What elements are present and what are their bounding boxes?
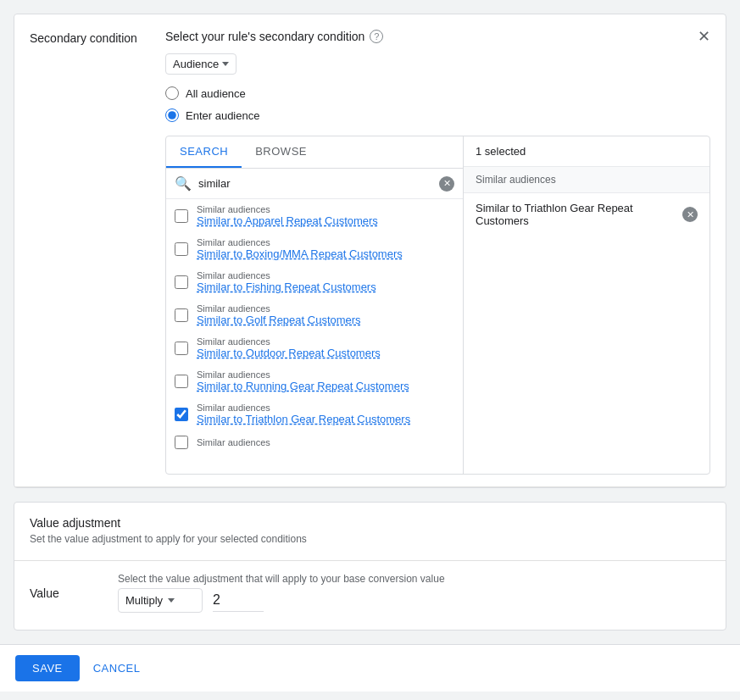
close-button[interactable]: ✕ (693, 26, 714, 47)
value-input[interactable] (213, 589, 264, 612)
help-icon[interactable]: ? (370, 30, 383, 43)
item-name: Similar to Golf Repeat Customers (197, 314, 361, 326)
tabs: SEARCH BROWSE (166, 136, 463, 169)
remove-icon[interactable]: ✕ (682, 207, 698, 222)
selected-count: 1 selected (464, 136, 709, 167)
value-subtitle: Set the value adjustment to apply for yo… (30, 533, 710, 545)
item-text-boxing: Similar audiences Similar to Boxing/MMA … (197, 237, 403, 260)
panel-title: Select your rule's secondary condition ? (165, 30, 710, 43)
checkbox-outdoor[interactable] (175, 342, 188, 355)
search-browse-container: SEARCH BROWSE 🔍 ✕ (165, 136, 710, 475)
item-text-fishing: Similar audiences Similar to Fishing Rep… (197, 270, 376, 293)
value-adjustment-panel: Value adjustment Set the value adjustmen… (14, 502, 726, 631)
item-text-triathlon: Similar audiences Similar to Triathlon G… (197, 403, 410, 425)
save-button[interactable]: SAVE (15, 655, 80, 681)
search-icon: 🔍 (175, 175, 192, 192)
checkbox-fishing[interactable] (175, 275, 188, 289)
panel-title-text: Select your rule's secondary condition (165, 30, 364, 43)
radio-group: All audience Enter audience (165, 86, 710, 122)
panel-content: Select your rule's secondary condition ?… (165, 30, 710, 475)
radio-enter-label: Enter audience (186, 109, 259, 122)
item-category: Similar audiences (197, 270, 376, 281)
tab-search[interactable]: SEARCH (166, 136, 242, 168)
radio-enter-input[interactable] (165, 108, 179, 122)
value-label: Value (30, 586, 97, 600)
select-description: Select the value adjustment that will ap… (118, 573, 445, 585)
list-item[interactable]: Similar audiences Similar to Outdoor Rep… (166, 331, 463, 364)
selected-item: Similar to Triathlon Gear Repeat Custome… (464, 193, 709, 236)
selected-item-name: Similar to Triathlon Gear Repeat Custome… (476, 202, 682, 227)
search-input[interactable] (198, 177, 432, 190)
checkbox-apparel[interactable] (175, 209, 188, 223)
item-name: Similar to Triathlon Gear Repeat Custome… (197, 413, 410, 425)
chevron-down-multiply-icon (168, 598, 175, 603)
radio-all-label: All audience (186, 87, 246, 100)
secondary-condition-panel: Secondary condition Select your rule's s… (14, 14, 726, 488)
value-header: Value adjustment Set the value adjustmen… (14, 503, 726, 550)
value-body: Value Select the value adjustment that w… (14, 560, 726, 630)
audience-dropdown-label: Audience (173, 58, 219, 70)
item-name: Similar to Outdoor Repeat Customers (197, 347, 381, 359)
cancel-button[interactable]: CANCEL (93, 662, 141, 675)
item-text-extra: Similar audiences (197, 437, 270, 447)
item-category: Similar audiences (197, 403, 410, 413)
bottom-buttons: SAVE CANCEL (0, 644, 740, 692)
value-title: Value adjustment (30, 516, 710, 530)
checkbox-extra[interactable] (175, 436, 188, 449)
radio-enter-audience[interactable]: Enter audience (165, 108, 710, 122)
item-name: Similar to Running Gear Repeat Customers (197, 380, 409, 392)
checkbox-golf[interactable] (175, 308, 188, 322)
radio-all-audience[interactable]: All audience (165, 86, 710, 100)
list-item[interactable]: Similar audiences Similar to Fishing Rep… (166, 265, 463, 298)
item-category: Similar audiences (197, 336, 381, 347)
item-text-apparel: Similar audiences Similar to Apparel Rep… (197, 204, 378, 227)
item-name: Similar to Apparel Repeat Customers (197, 214, 378, 227)
item-category: Similar audiences (197, 204, 378, 214)
list-container: Similar audiences Similar to Apparel Rep… (166, 199, 463, 474)
panel-header: Secondary condition Select your rule's s… (14, 14, 726, 487)
left-panel: SEARCH BROWSE 🔍 ✕ (166, 136, 464, 474)
search-box: 🔍 ✕ (166, 169, 463, 199)
list-item[interactable]: Similar audiences (166, 431, 463, 454)
checkbox-boxing[interactable] (175, 242, 188, 256)
item-text-outdoor: Similar audiences Similar to Outdoor Rep… (197, 336, 381, 359)
page-wrapper: Secondary condition Select your rule's s… (0, 0, 740, 692)
list-item[interactable]: Similar audiences Similar to Apparel Rep… (166, 199, 463, 232)
item-category: Similar audiences (197, 437, 270, 447)
item-text-running: Similar audiences Similar to Running Gea… (197, 369, 409, 392)
panel-label: Secondary condition (30, 30, 165, 45)
item-category: Similar audiences (197, 237, 403, 247)
checkbox-running[interactable] (175, 375, 188, 388)
clear-icon[interactable]: ✕ (439, 176, 454, 192)
list-item[interactable]: Similar audiences Similar to Boxing/MMA … (166, 232, 463, 265)
selected-category-label: Similar audiences (464, 167, 709, 193)
value-controls: Select the value adjustment that will ap… (118, 573, 445, 613)
list-item[interactable]: Similar audiences Similar to Running Gea… (166, 364, 463, 397)
item-name: Similar to Boxing/MMA Repeat Customers (197, 247, 403, 260)
chevron-down-icon (222, 62, 229, 66)
item-category: Similar audiences (197, 303, 361, 314)
multiply-select[interactable]: Multiply (118, 588, 203, 613)
right-panel: 1 selected Similar audiences Similar to … (464, 136, 709, 474)
item-text-golf: Similar audiences Similar to Golf Repeat… (197, 303, 361, 326)
item-name: Similar to Fishing Repeat Customers (197, 281, 376, 293)
item-category: Similar audiences (197, 369, 409, 380)
list-item[interactable]: Similar audiences Similar to Golf Repeat… (166, 298, 463, 331)
checkbox-triathlon[interactable] (175, 408, 188, 421)
tab-browse[interactable]: BROWSE (242, 136, 320, 168)
list-item[interactable]: Similar audiences Similar to Triathlon G… (166, 397, 463, 431)
radio-all-input[interactable] (165, 86, 179, 100)
multiply-label: Multiply (125, 594, 163, 607)
audience-dropdown[interactable]: Audience (165, 53, 236, 75)
